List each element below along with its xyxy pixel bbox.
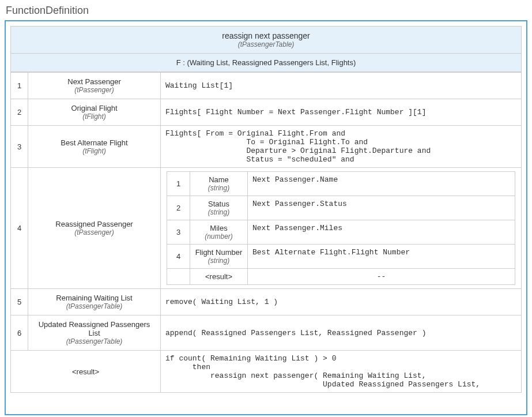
nested-result-expression[interactable]: --	[248, 269, 515, 285]
nested-index: 4	[167, 245, 190, 269]
table-row: 5 Remaining Waiting List (tPassengerTabl…	[11, 289, 522, 315]
function-type: (tPassengerTable)	[11, 40, 521, 48]
table-row: 3 Best Alternate Flight (tFlight) Flight…	[11, 126, 522, 168]
nested-container: 1 Name (string) Next Passenger.Name 2 St…	[161, 168, 522, 289]
nested-expression[interactable]: Next Passenger.Status	[248, 196, 515, 220]
result-expression[interactable]: if count( Remaining Waiting List ) > 0 t…	[161, 351, 522, 393]
table-row: 2 Original Flight (tFlight) Flights[ Fli…	[11, 99, 522, 126]
table-row: 1 Name (string) Next Passenger.Name	[167, 172, 515, 196]
table-row: 6 Updated Reassigned Passengers List (tP…	[11, 315, 522, 351]
row-expression[interactable]: remove( Waiting List, 1 )	[161, 289, 522, 315]
row-expression[interactable]: Flights[ Flight Number = Next Passenger.…	[161, 99, 522, 126]
row-label: Best Alternate Flight (tFlight)	[28, 126, 161, 168]
function-header: reassign next passenger (tPassengerTable…	[10, 26, 522, 54]
row-expression[interactable]: append( Reassigned Passengers List, Reas…	[161, 315, 522, 351]
row-expression[interactable]: Flights[ From = Original Flight.From and…	[161, 126, 522, 168]
page-title: FunctionDefinition	[0, 0, 532, 20]
nested-index: 2	[167, 196, 190, 220]
definition-table: 1 Next Passenger (tPassenger) Waiting Li…	[10, 72, 522, 393]
nested-label: Flight Number (string)	[190, 245, 248, 269]
row-label: Reassigned Passenger (tPassenger)	[28, 168, 161, 289]
table-row: 3 Miles (number) Next Passenger.Miles	[167, 220, 515, 245]
nested-label: Miles (number)	[190, 220, 248, 245]
row-label: Next Passenger (tPassenger)	[28, 73, 161, 99]
row-index: 6	[11, 315, 28, 351]
row-index: 1	[11, 73, 28, 99]
nested-expression[interactable]: Next Passenger.Name	[248, 172, 515, 196]
nested-expression[interactable]: Best Alternate Flight.Flight Number	[248, 245, 515, 269]
table-row: 4 Reassigned Passenger (tPassenger) 1 Na…	[11, 168, 522, 289]
function-params: F : (Waiting List, Reassigned Passengers…	[10, 54, 522, 72]
nested-table: 1 Name (string) Next Passenger.Name 2 St…	[167, 171, 515, 285]
row-index: 5	[11, 289, 28, 315]
table-row: 1 Next Passenger (tPassenger) Waiting Li…	[11, 73, 522, 99]
table-row: <result> --	[167, 269, 515, 285]
row-expression[interactable]: Waiting List[1]	[161, 73, 522, 99]
nested-index: 1	[167, 172, 190, 196]
nested-index: 3	[167, 220, 190, 245]
row-label: Remaining Waiting List (tPassengerTable)	[28, 289, 161, 315]
row-label: Original Flight (tFlight)	[28, 99, 161, 126]
nested-result-label: <result>	[190, 269, 248, 285]
table-row: 4 Flight Number (string) Best Alternate …	[167, 245, 515, 269]
function-definition-container: reassign next passenger (tPassengerTable…	[5, 20, 527, 415]
table-row: <result> if count( Remaining Waiting Lis…	[11, 351, 522, 393]
row-index: 4	[11, 168, 28, 289]
result-label: <result>	[11, 351, 161, 393]
function-name: reassign next passenger	[11, 31, 521, 40]
nested-expression[interactable]: Next Passenger.Miles	[248, 220, 515, 245]
nested-label: Name (string)	[190, 172, 248, 196]
row-index: 2	[11, 99, 28, 126]
row-label: Updated Reassigned Passengers List (tPas…	[28, 315, 161, 351]
nested-label: Status (string)	[190, 196, 248, 220]
row-index: 3	[11, 126, 28, 168]
nested-index-empty	[167, 269, 190, 285]
table-row: 2 Status (string) Next Passenger.Status	[167, 196, 515, 220]
